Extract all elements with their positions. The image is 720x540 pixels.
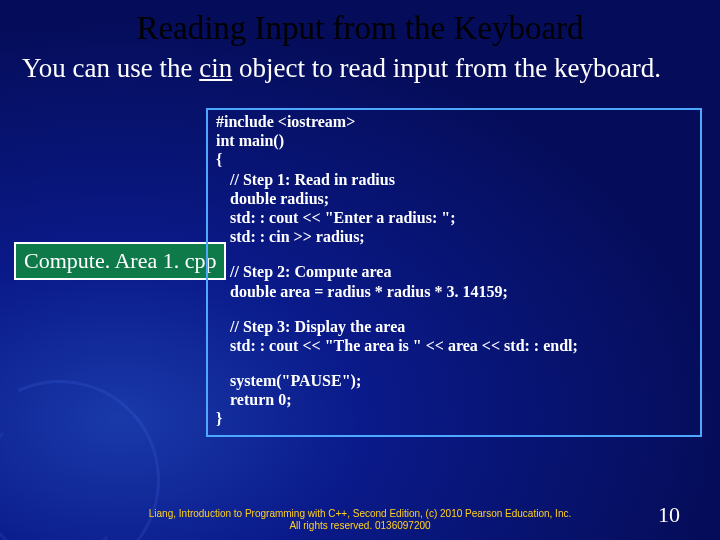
page-number: 10 [658, 502, 680, 528]
code-line: #include <iostream> [216, 112, 694, 131]
footer-line2: All rights reserved. 0136097200 [0, 520, 720, 532]
code-box: #include <iostream> int main() { // Step… [206, 108, 702, 437]
code-line: int main() [216, 131, 694, 150]
file-name-box: Compute. Area 1. cpp [14, 242, 226, 280]
footer-line1: Liang, Introduction to Programming with … [0, 508, 720, 520]
code-line: std: : cout << "The area is " << area <<… [216, 336, 694, 355]
slide-title: Reading Input from the Keyboard [0, 0, 720, 47]
code-line: } [216, 409, 694, 428]
file-name-label: Compute. Area 1. cpp [24, 248, 216, 273]
code-line: double radius; [216, 189, 694, 208]
code-line: { [216, 150, 694, 169]
code-line: double area = radius * radius * 3. 14159… [216, 282, 694, 301]
footer-citation: Liang, Introduction to Programming with … [0, 508, 720, 532]
code-line: system("PAUSE"); [216, 371, 694, 390]
code-line: // Step 1: Read in radius [216, 170, 694, 189]
intro-keyword: cin [199, 53, 232, 83]
code-blank [216, 355, 694, 371]
code-line: return 0; [216, 390, 694, 409]
code-blank [216, 246, 694, 262]
code-blank [216, 301, 694, 317]
code-line: // Step 3: Display the area [216, 317, 694, 336]
code-line: std: : cin >> radius; [216, 227, 694, 246]
code-line: // Step 2: Compute area [216, 262, 694, 281]
intro-pre: You can use the [22, 53, 199, 83]
intro-post: object to read input from the keyboard. [232, 53, 661, 83]
intro-text: You can use the cin object to read input… [0, 47, 720, 84]
code-line: std: : cout << "Enter a radius: "; [216, 208, 694, 227]
